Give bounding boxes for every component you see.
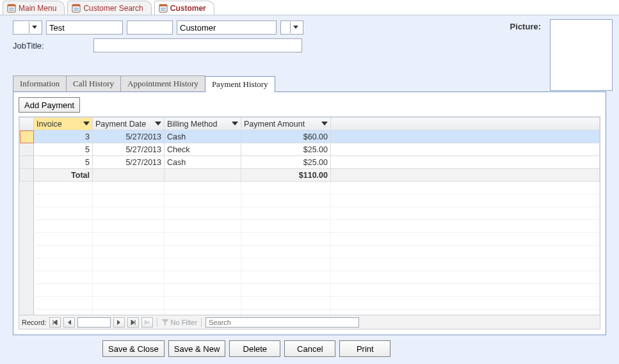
row-selector[interactable] — [20, 156, 34, 169]
sort-dropdown-icon — [155, 122, 161, 127]
last-record-button[interactable] — [127, 317, 139, 328]
svg-rect-5 — [72, 4, 80, 6]
jobtitle-label: JobTitle: — [13, 41, 90, 51]
total-amount: $110.00 — [241, 169, 331, 182]
row-selector[interactable] — [20, 143, 34, 156]
svg-rect-2 — [9, 8, 14, 9]
svg-rect-10 — [161, 8, 166, 9]
jobtitle-field[interactable] — [93, 38, 302, 52]
tab-call-history[interactable]: Call History — [66, 75, 121, 91]
add-payment-button[interactable]: Add Payment — [19, 97, 80, 113]
filter-label: No Filter — [171, 319, 198, 326]
cell-invoice[interactable]: 5 — [34, 143, 93, 156]
next-record-button[interactable] — [113, 317, 125, 328]
middle-name-field[interactable] — [127, 20, 173, 35]
col-header-billing-method[interactable]: Billing Method — [165, 118, 241, 131]
cell-amount[interactable]: $25.00 — [241, 143, 331, 156]
prev-record-button[interactable] — [63, 317, 75, 328]
chevron-down-icon — [29, 22, 39, 33]
search-input[interactable] — [205, 317, 359, 328]
svg-rect-1 — [8, 4, 15, 6]
bottom-buttons: Save & Close Save & New Delete Cancel Pr… — [102, 340, 606, 357]
payments-table: Invoice Payment Date Billing Method Paym… — [19, 117, 600, 315]
first-name-field[interactable] — [46, 20, 123, 35]
title-combo[interactable] — [13, 20, 42, 35]
sort-dropdown-icon — [232, 122, 238, 127]
doc-tab-customer[interactable]: Customer — [154, 1, 214, 15]
table-row[interactable]: 3 5/27/2013 Cash $60.00 — [20, 131, 600, 143]
record-navigator: Record: No Filter — [19, 315, 600, 329]
picture-label: Picture: — [510, 22, 541, 31]
doc-tab-label: Customer — [170, 4, 206, 13]
tab-payment-history[interactable]: Payment History — [205, 76, 275, 92]
col-header-payment-date[interactable]: Payment Date — [93, 118, 165, 131]
cell-method[interactable]: Check — [165, 143, 241, 156]
sort-dropdown-icon — [83, 122, 90, 127]
col-header-invoice[interactable]: Invoice — [34, 118, 93, 131]
recnav-label: Record: — [22, 319, 47, 326]
tab-body: Add Payment Invoice Payment Date Billing… — [13, 92, 606, 335]
col-header-payment-amount[interactable]: Payment Amount — [241, 118, 331, 131]
last-name-field[interactable] — [177, 20, 277, 35]
chevron-down-icon — [290, 22, 300, 33]
suffix-combo[interactable] — [280, 20, 303, 35]
cell-amount[interactable]: $60.00 — [241, 131, 331, 143]
cell-invoice[interactable]: 3 — [34, 131, 93, 143]
tab-appointment-history[interactable]: Appointment History — [120, 75, 205, 91]
form-icon — [72, 4, 81, 13]
select-all-cell[interactable] — [20, 118, 34, 131]
form-icon — [159, 4, 168, 13]
document-tabs: Main Menu Customer Search Customer — [0, 0, 619, 15]
total-label: Total — [34, 169, 93, 182]
tab-information[interactable]: Information — [13, 75, 67, 91]
cell-method[interactable]: Cash — [165, 156, 241, 169]
delete-button[interactable]: Delete — [229, 340, 280, 357]
col-header-filler — [331, 118, 600, 131]
total-row: Total $110.00 — [20, 169, 600, 182]
table-row[interactable]: 5 5/27/2013 Check $25.00 — [20, 143, 600, 156]
doc-tab-label: Customer Search — [83, 4, 143, 13]
cell-invoice[interactable]: 5 — [34, 156, 93, 169]
cancel-button[interactable]: Cancel — [284, 340, 335, 357]
filter-indicator[interactable]: No Filter — [161, 319, 198, 326]
sort-dropdown-icon — [321, 122, 328, 127]
svg-rect-7 — [74, 10, 79, 11]
cell-method[interactable]: Cash — [165, 131, 241, 143]
first-record-button[interactable] — [49, 317, 61, 328]
cell-date[interactable]: 5/27/2013 — [93, 143, 165, 156]
svg-rect-11 — [161, 10, 166, 11]
cell-date[interactable]: 5/27/2013 — [93, 131, 165, 143]
cell-date[interactable]: 5/27/2013 — [93, 156, 165, 169]
row-selector[interactable] — [20, 131, 34, 143]
datasheet: Invoice Payment Date Billing Method Paym… — [19, 116, 600, 329]
save-close-button[interactable]: Save & Close — [102, 340, 165, 357]
doc-tab-customer-search[interactable]: Customer Search — [67, 1, 151, 15]
save-new-button[interactable]: Save & New — [168, 340, 226, 357]
doc-tab-main-menu[interactable]: Main Menu — [3, 1, 65, 15]
table-row[interactable]: 5 5/27/2013 Cash $25.00 — [20, 156, 600, 169]
inner-tabs: Information Call History Appointment His… — [13, 75, 606, 92]
form-icon — [7, 4, 16, 13]
svg-rect-9 — [159, 4, 167, 6]
form-area: Picture: JobTitle: Information Call Hist… — [0, 15, 619, 364]
cell-amount[interactable]: $25.00 — [241, 156, 331, 169]
record-number-input[interactable] — [77, 317, 111, 328]
new-record-button[interactable] — [141, 317, 153, 328]
filter-icon — [161, 319, 169, 326]
doc-tab-label: Main Menu — [19, 4, 56, 13]
svg-rect-6 — [74, 8, 79, 9]
svg-rect-3 — [9, 10, 14, 11]
print-button[interactable]: Print — [339, 340, 390, 357]
